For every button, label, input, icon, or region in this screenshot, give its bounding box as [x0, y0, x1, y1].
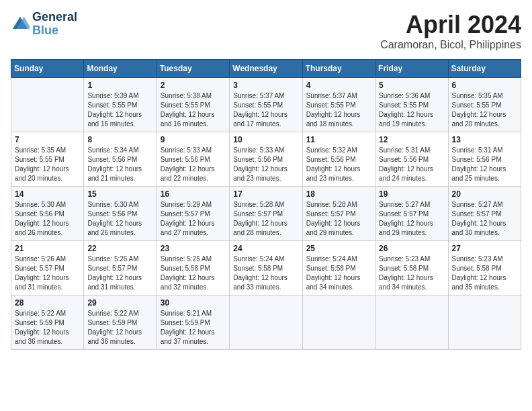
calendar-cell: 5Sunrise: 5:36 AMSunset: 5:55 PMDaylight…	[375, 78, 448, 132]
calendar-cell: 9Sunrise: 5:33 AMSunset: 5:56 PMDaylight…	[157, 132, 229, 187]
day-number: 2	[161, 81, 226, 90]
calendar-cell	[448, 295, 521, 350]
calendar-cell: 29Sunrise: 5:22 AMSunset: 5:59 PMDayligh…	[84, 295, 157, 350]
day-number: 30	[161, 298, 226, 308]
page-header: General Blue April 2024 Caramoran, Bicol…	[11, 11, 521, 51]
day-number: 24	[233, 244, 298, 253]
calendar-cell: 12Sunrise: 5:31 AMSunset: 5:56 PMDayligh…	[375, 132, 448, 187]
calendar-cell: 15Sunrise: 5:30 AMSunset: 5:56 PMDayligh…	[84, 187, 157, 241]
calendar-table: SundayMondayTuesdayWednesdayThursdayFrid…	[11, 59, 521, 350]
day-info: Sunrise: 5:28 AMSunset: 5:57 PMDaylight:…	[306, 200, 371, 238]
day-info: Sunrise: 5:31 AMSunset: 5:56 PMDaylight:…	[379, 146, 444, 183]
day-number: 3	[233, 81, 298, 90]
calendar-cell: 24Sunrise: 5:24 AMSunset: 5:58 PMDayligh…	[230, 241, 302, 295]
calendar-cell: 13Sunrise: 5:31 AMSunset: 5:56 PMDayligh…	[448, 132, 521, 187]
weekday-header-monday: Monday	[84, 60, 157, 78]
day-info: Sunrise: 5:28 AMSunset: 5:57 PMDaylight:…	[233, 200, 298, 238]
day-info: Sunrise: 5:30 AMSunset: 5:56 PMDaylight:…	[87, 200, 152, 238]
weekday-row: SundayMondayTuesdayWednesdayThursdayFrid…	[11, 60, 521, 78]
calendar-cell: 25Sunrise: 5:24 AMSunset: 5:58 PMDayligh…	[302, 241, 375, 295]
day-info: Sunrise: 5:30 AMSunset: 5:56 PMDaylight:…	[15, 200, 80, 238]
calendar-cell: 23Sunrise: 5:25 AMSunset: 5:58 PMDayligh…	[157, 241, 229, 295]
calendar-cell: 7Sunrise: 5:35 AMSunset: 5:55 PMDaylight…	[11, 132, 84, 187]
calendar-cell	[230, 295, 302, 350]
day-number: 13	[452, 135, 517, 144]
day-info: Sunrise: 5:34 AMSunset: 5:56 PMDaylight:…	[87, 146, 152, 183]
day-info: Sunrise: 5:36 AMSunset: 5:55 PMDaylight:…	[379, 91, 444, 129]
calendar-week-row: 14Sunrise: 5:30 AMSunset: 5:56 PMDayligh…	[11, 187, 521, 241]
day-number: 7	[15, 135, 80, 144]
logo-icon	[11, 15, 30, 34]
day-info: Sunrise: 5:32 AMSunset: 5:56 PMDaylight:…	[306, 146, 371, 183]
day-info: Sunrise: 5:21 AMSunset: 5:59 PMDaylight:…	[161, 309, 226, 347]
calendar-cell: 6Sunrise: 5:35 AMSunset: 5:55 PMDaylight…	[448, 78, 521, 132]
day-number: 22	[87, 244, 152, 253]
day-number: 29	[87, 298, 152, 308]
day-info: Sunrise: 5:22 AMSunset: 5:59 PMDaylight:…	[87, 309, 152, 347]
day-info: Sunrise: 5:35 AMSunset: 5:55 PMDaylight:…	[15, 146, 80, 183]
weekday-header-saturday: Saturday	[448, 60, 521, 78]
day-number: 16	[161, 189, 226, 199]
day-number: 12	[379, 135, 444, 144]
day-number: 18	[306, 189, 371, 199]
day-info: Sunrise: 5:26 AMSunset: 5:57 PMDaylight:…	[87, 255, 152, 292]
calendar-cell	[375, 295, 448, 350]
day-info: Sunrise: 5:27 AMSunset: 5:57 PMDaylight:…	[452, 200, 517, 238]
day-number: 5	[379, 81, 444, 90]
calendar-cell	[11, 78, 84, 132]
day-number: 20	[452, 189, 517, 199]
day-number: 19	[379, 189, 444, 199]
calendar-cell: 3Sunrise: 5:37 AMSunset: 5:55 PMDaylight…	[230, 78, 302, 132]
day-number: 10	[233, 135, 298, 144]
calendar-cell: 17Sunrise: 5:28 AMSunset: 5:57 PMDayligh…	[230, 187, 302, 241]
calendar-week-row: 28Sunrise: 5:22 AMSunset: 5:59 PMDayligh…	[11, 295, 521, 350]
calendar-cell: 8Sunrise: 5:34 AMSunset: 5:56 PMDaylight…	[84, 132, 157, 187]
calendar-week-row: 1Sunrise: 5:39 AMSunset: 5:55 PMDaylight…	[11, 78, 521, 132]
day-info: Sunrise: 5:24 AMSunset: 5:58 PMDaylight:…	[306, 255, 371, 292]
weekday-header-tuesday: Tuesday	[157, 60, 229, 78]
day-number: 27	[452, 244, 517, 253]
calendar-cell	[302, 295, 375, 350]
calendar-cell: 19Sunrise: 5:27 AMSunset: 5:57 PMDayligh…	[375, 187, 448, 241]
weekday-header-friday: Friday	[375, 60, 448, 78]
day-info: Sunrise: 5:39 AMSunset: 5:55 PMDaylight:…	[87, 91, 152, 129]
day-number: 4	[306, 81, 371, 90]
day-number: 17	[233, 189, 298, 199]
day-info: Sunrise: 5:27 AMSunset: 5:57 PMDaylight:…	[379, 200, 444, 238]
calendar-cell: 11Sunrise: 5:32 AMSunset: 5:56 PMDayligh…	[302, 132, 375, 187]
day-info: Sunrise: 5:29 AMSunset: 5:57 PMDaylight:…	[161, 200, 226, 238]
calendar-week-row: 7Sunrise: 5:35 AMSunset: 5:55 PMDaylight…	[11, 132, 521, 187]
day-number: 15	[87, 189, 152, 199]
day-info: Sunrise: 5:24 AMSunset: 5:58 PMDaylight:…	[233, 255, 298, 292]
day-info: Sunrise: 5:35 AMSunset: 5:55 PMDaylight:…	[452, 91, 517, 129]
day-number: 8	[87, 135, 152, 144]
calendar-week-row: 21Sunrise: 5:26 AMSunset: 5:57 PMDayligh…	[11, 241, 521, 295]
logo-text: General Blue	[32, 11, 77, 38]
calendar-cell: 30Sunrise: 5:21 AMSunset: 5:59 PMDayligh…	[157, 295, 229, 350]
calendar-header: SundayMondayTuesdayWednesdayThursdayFrid…	[11, 60, 521, 78]
day-number: 21	[15, 244, 80, 253]
calendar-cell: 16Sunrise: 5:29 AMSunset: 5:57 PMDayligh…	[157, 187, 229, 241]
calendar-cell: 10Sunrise: 5:33 AMSunset: 5:56 PMDayligh…	[230, 132, 302, 187]
calendar-cell: 26Sunrise: 5:23 AMSunset: 5:58 PMDayligh…	[375, 241, 448, 295]
day-number: 25	[306, 244, 371, 253]
day-info: Sunrise: 5:31 AMSunset: 5:56 PMDaylight:…	[452, 146, 517, 183]
day-info: Sunrise: 5:33 AMSunset: 5:56 PMDaylight:…	[233, 146, 298, 183]
calendar-cell: 18Sunrise: 5:28 AMSunset: 5:57 PMDayligh…	[302, 187, 375, 241]
day-info: Sunrise: 5:33 AMSunset: 5:56 PMDaylight:…	[161, 146, 226, 183]
calendar-cell: 22Sunrise: 5:26 AMSunset: 5:57 PMDayligh…	[84, 241, 157, 295]
calendar-cell: 21Sunrise: 5:26 AMSunset: 5:57 PMDayligh…	[11, 241, 84, 295]
calendar-cell: 28Sunrise: 5:22 AMSunset: 5:59 PMDayligh…	[11, 295, 84, 350]
day-number: 9	[161, 135, 226, 144]
weekday-header-wednesday: Wednesday	[230, 60, 302, 78]
subtitle: Caramoran, Bicol, Philippines	[380, 39, 521, 51]
calendar-cell: 1Sunrise: 5:39 AMSunset: 5:55 PMDaylight…	[84, 78, 157, 132]
day-info: Sunrise: 5:37 AMSunset: 5:55 PMDaylight:…	[233, 91, 298, 129]
day-info: Sunrise: 5:37 AMSunset: 5:55 PMDaylight:…	[306, 91, 371, 129]
calendar-body: 1Sunrise: 5:39 AMSunset: 5:55 PMDaylight…	[11, 78, 521, 350]
day-number: 1	[87, 81, 152, 90]
main-title: April 2024	[380, 11, 521, 39]
day-number: 6	[452, 81, 517, 90]
day-info: Sunrise: 5:26 AMSunset: 5:57 PMDaylight:…	[15, 255, 80, 292]
calendar-cell: 14Sunrise: 5:30 AMSunset: 5:56 PMDayligh…	[11, 187, 84, 241]
